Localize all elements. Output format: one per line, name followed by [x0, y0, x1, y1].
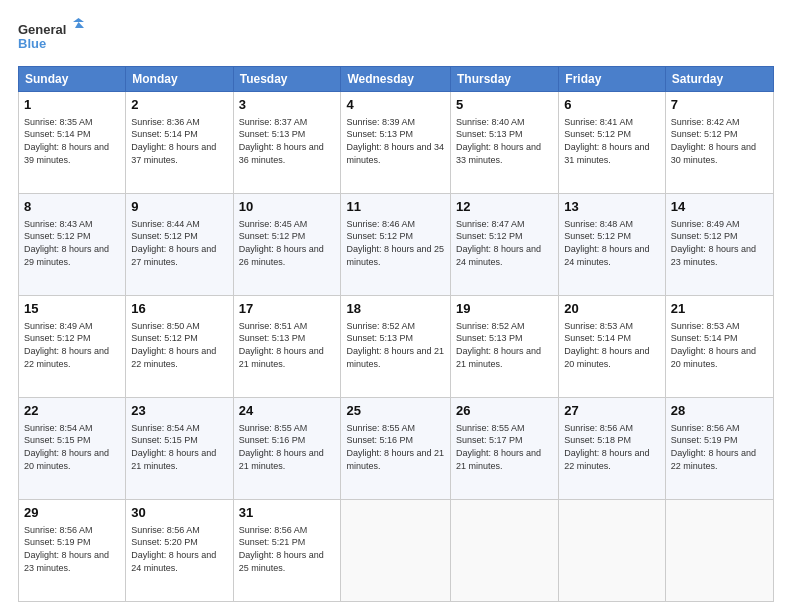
logo-svg: General Blue — [18, 18, 88, 56]
day-number: 3 — [239, 96, 336, 114]
calendar-cell: 10Sunrise: 8:45 AMSunset: 5:12 PMDayligh… — [233, 194, 341, 296]
day-info: Sunrise: 8:49 AMSunset: 5:12 PMDaylight:… — [24, 321, 109, 369]
day-number: 13 — [564, 198, 660, 216]
day-info: Sunrise: 8:45 AMSunset: 5:12 PMDaylight:… — [239, 219, 324, 267]
calendar-cell: 22Sunrise: 8:54 AMSunset: 5:15 PMDayligh… — [19, 398, 126, 500]
day-header-friday: Friday — [559, 67, 666, 92]
calendar-cell: 26Sunrise: 8:55 AMSunset: 5:17 PMDayligh… — [451, 398, 559, 500]
day-header-sunday: Sunday — [19, 67, 126, 92]
day-info: Sunrise: 8:55 AMSunset: 5:16 PMDaylight:… — [239, 423, 324, 471]
calendar-cell: 6Sunrise: 8:41 AMSunset: 5:12 PMDaylight… — [559, 92, 666, 194]
day-info: Sunrise: 8:56 AMSunset: 5:19 PMDaylight:… — [671, 423, 756, 471]
day-number: 14 — [671, 198, 768, 216]
calendar-cell: 17Sunrise: 8:51 AMSunset: 5:13 PMDayligh… — [233, 296, 341, 398]
day-number: 11 — [346, 198, 445, 216]
calendar-cell: 29Sunrise: 8:56 AMSunset: 5:19 PMDayligh… — [19, 500, 126, 602]
calendar-cell: 27Sunrise: 8:56 AMSunset: 5:18 PMDayligh… — [559, 398, 666, 500]
day-info: Sunrise: 8:52 AMSunset: 5:13 PMDaylight:… — [456, 321, 541, 369]
calendar-cell: 7Sunrise: 8:42 AMSunset: 5:12 PMDaylight… — [665, 92, 773, 194]
svg-text:Blue: Blue — [18, 36, 46, 51]
calendar-cell — [665, 500, 773, 602]
day-number: 9 — [131, 198, 227, 216]
day-number: 2 — [131, 96, 227, 114]
day-number: 28 — [671, 402, 768, 420]
day-number: 22 — [24, 402, 120, 420]
day-info: Sunrise: 8:56 AMSunset: 5:21 PMDaylight:… — [239, 525, 324, 573]
calendar-cell: 23Sunrise: 8:54 AMSunset: 5:15 PMDayligh… — [126, 398, 233, 500]
day-number: 25 — [346, 402, 445, 420]
day-info: Sunrise: 8:53 AMSunset: 5:14 PMDaylight:… — [564, 321, 649, 369]
day-number: 17 — [239, 300, 336, 318]
day-info: Sunrise: 8:36 AMSunset: 5:14 PMDaylight:… — [131, 117, 216, 165]
day-number: 31 — [239, 504, 336, 522]
calendar-cell: 8Sunrise: 8:43 AMSunset: 5:12 PMDaylight… — [19, 194, 126, 296]
calendar-cell: 24Sunrise: 8:55 AMSunset: 5:16 PMDayligh… — [233, 398, 341, 500]
day-info: Sunrise: 8:48 AMSunset: 5:12 PMDaylight:… — [564, 219, 649, 267]
calendar-cell: 30Sunrise: 8:56 AMSunset: 5:20 PMDayligh… — [126, 500, 233, 602]
calendar-cell: 1Sunrise: 8:35 AMSunset: 5:14 PMDaylight… — [19, 92, 126, 194]
day-number: 10 — [239, 198, 336, 216]
day-number: 7 — [671, 96, 768, 114]
calendar-cell: 28Sunrise: 8:56 AMSunset: 5:19 PMDayligh… — [665, 398, 773, 500]
calendar-cell: 21Sunrise: 8:53 AMSunset: 5:14 PMDayligh… — [665, 296, 773, 398]
day-info: Sunrise: 8:44 AMSunset: 5:12 PMDaylight:… — [131, 219, 216, 267]
day-number: 16 — [131, 300, 227, 318]
calendar-cell: 16Sunrise: 8:50 AMSunset: 5:12 PMDayligh… — [126, 296, 233, 398]
calendar-cell: 25Sunrise: 8:55 AMSunset: 5:16 PMDayligh… — [341, 398, 451, 500]
logo: General Blue — [18, 18, 88, 56]
calendar-cell: 9Sunrise: 8:44 AMSunset: 5:12 PMDaylight… — [126, 194, 233, 296]
day-number: 4 — [346, 96, 445, 114]
day-number: 15 — [24, 300, 120, 318]
day-info: Sunrise: 8:35 AMSunset: 5:14 PMDaylight:… — [24, 117, 109, 165]
day-info: Sunrise: 8:56 AMSunset: 5:18 PMDaylight:… — [564, 423, 649, 471]
day-info: Sunrise: 8:56 AMSunset: 5:19 PMDaylight:… — [24, 525, 109, 573]
day-header-tuesday: Tuesday — [233, 67, 341, 92]
day-number: 5 — [456, 96, 553, 114]
svg-marker-2 — [73, 18, 84, 22]
day-info: Sunrise: 8:54 AMSunset: 5:15 PMDaylight:… — [24, 423, 109, 471]
calendar-cell: 12Sunrise: 8:47 AMSunset: 5:12 PMDayligh… — [451, 194, 559, 296]
day-number: 1 — [24, 96, 120, 114]
calendar-cell: 20Sunrise: 8:53 AMSunset: 5:14 PMDayligh… — [559, 296, 666, 398]
day-header-saturday: Saturday — [665, 67, 773, 92]
calendar-cell: 3Sunrise: 8:37 AMSunset: 5:13 PMDaylight… — [233, 92, 341, 194]
calendar-cell: 11Sunrise: 8:46 AMSunset: 5:12 PMDayligh… — [341, 194, 451, 296]
page-header: General Blue — [18, 18, 774, 56]
calendar-cell — [559, 500, 666, 602]
day-number: 27 — [564, 402, 660, 420]
day-number: 21 — [671, 300, 768, 318]
calendar-cell: 13Sunrise: 8:48 AMSunset: 5:12 PMDayligh… — [559, 194, 666, 296]
day-number: 8 — [24, 198, 120, 216]
day-number: 12 — [456, 198, 553, 216]
day-info: Sunrise: 8:42 AMSunset: 5:12 PMDaylight:… — [671, 117, 756, 165]
calendar-cell: 31Sunrise: 8:56 AMSunset: 5:21 PMDayligh… — [233, 500, 341, 602]
day-info: Sunrise: 8:41 AMSunset: 5:12 PMDaylight:… — [564, 117, 649, 165]
day-info: Sunrise: 8:40 AMSunset: 5:13 PMDaylight:… — [456, 117, 541, 165]
day-info: Sunrise: 8:55 AMSunset: 5:17 PMDaylight:… — [456, 423, 541, 471]
calendar-cell — [341, 500, 451, 602]
day-info: Sunrise: 8:51 AMSunset: 5:13 PMDaylight:… — [239, 321, 324, 369]
day-header-wednesday: Wednesday — [341, 67, 451, 92]
day-info: Sunrise: 8:43 AMSunset: 5:12 PMDaylight:… — [24, 219, 109, 267]
day-info: Sunrise: 8:55 AMSunset: 5:16 PMDaylight:… — [346, 423, 444, 471]
calendar-cell: 18Sunrise: 8:52 AMSunset: 5:13 PMDayligh… — [341, 296, 451, 398]
day-info: Sunrise: 8:39 AMSunset: 5:13 PMDaylight:… — [346, 117, 444, 165]
day-header-thursday: Thursday — [451, 67, 559, 92]
day-number: 18 — [346, 300, 445, 318]
day-number: 6 — [564, 96, 660, 114]
day-info: Sunrise: 8:52 AMSunset: 5:13 PMDaylight:… — [346, 321, 444, 369]
calendar-cell: 15Sunrise: 8:49 AMSunset: 5:12 PMDayligh… — [19, 296, 126, 398]
calendar-cell: 19Sunrise: 8:52 AMSunset: 5:13 PMDayligh… — [451, 296, 559, 398]
day-header-monday: Monday — [126, 67, 233, 92]
day-info: Sunrise: 8:53 AMSunset: 5:14 PMDaylight:… — [671, 321, 756, 369]
svg-marker-3 — [75, 22, 84, 28]
day-info: Sunrise: 8:49 AMSunset: 5:12 PMDaylight:… — [671, 219, 756, 267]
day-info: Sunrise: 8:37 AMSunset: 5:13 PMDaylight:… — [239, 117, 324, 165]
calendar-cell: 2Sunrise: 8:36 AMSunset: 5:14 PMDaylight… — [126, 92, 233, 194]
day-info: Sunrise: 8:56 AMSunset: 5:20 PMDaylight:… — [131, 525, 216, 573]
day-number: 29 — [24, 504, 120, 522]
day-number: 26 — [456, 402, 553, 420]
day-number: 30 — [131, 504, 227, 522]
calendar-table: SundayMondayTuesdayWednesdayThursdayFrid… — [18, 66, 774, 602]
calendar-cell — [451, 500, 559, 602]
